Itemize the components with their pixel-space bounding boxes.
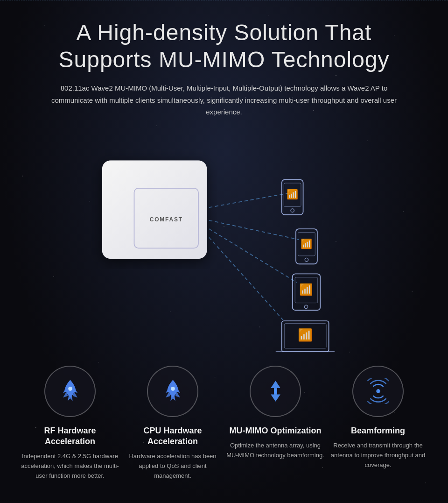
svg-rect-15 xyxy=(293,274,321,310)
svg-point-18 xyxy=(304,305,308,308)
arrows-updown-icon xyxy=(263,378,288,404)
svg-line-0 xyxy=(209,192,293,207)
mu-mimo-title: MU-MIMO Optimization xyxy=(230,425,322,436)
feature-cpu-acceleration: CPU Hardware Acceleration Hardware accel… xyxy=(124,366,222,481)
feature-rf-acceleration: RF Hardware Acceleration Independent 2.4… xyxy=(21,366,119,481)
svg-rect-20 xyxy=(284,323,326,348)
svg-text:COMFAST: COMFAST xyxy=(150,216,183,222)
page-description: 802.11ac Wave2 MU-MIMO (Multi-User, Mult… xyxy=(42,82,406,118)
svg-line-3 xyxy=(209,237,284,321)
svg-rect-8 xyxy=(284,183,301,206)
svg-marker-26 xyxy=(271,389,280,402)
feature-mu-mimo: MU-MIMO Optimization Optimize the antenn… xyxy=(226,366,324,481)
svg-rect-16 xyxy=(295,277,318,303)
svg-rect-5 xyxy=(134,188,199,248)
svg-point-23 xyxy=(68,387,72,391)
rf-acceleration-desc: Independent 2.4G & 2.5G hardware acceler… xyxy=(21,452,119,481)
mu-mimo-desc: Optimize the antenna array, using MU-MIM… xyxy=(226,441,324,460)
signal-icon xyxy=(365,378,391,404)
rocket-icon xyxy=(57,378,83,404)
svg-point-24 xyxy=(171,387,175,391)
svg-rect-7 xyxy=(282,179,303,214)
cpu-rocket-icon xyxy=(160,378,186,404)
svg-text:📶: 📶 xyxy=(287,189,299,200)
cpu-acceleration-icon-circle xyxy=(147,366,198,417)
beamforming-title: Beamforming xyxy=(351,425,405,436)
beamforming-desc: Receive and transmit through the antenna… xyxy=(329,441,427,470)
svg-rect-19 xyxy=(282,321,329,352)
svg-rect-12 xyxy=(298,232,315,255)
svg-line-2 xyxy=(209,229,297,283)
svg-rect-11 xyxy=(296,229,317,264)
cpu-acceleration-title: CPU Hardware Acceleration xyxy=(124,425,222,447)
svg-rect-4 xyxy=(102,160,207,259)
svg-line-1 xyxy=(209,220,299,239)
svg-point-10 xyxy=(291,209,294,212)
rf-acceleration-icon-circle xyxy=(44,366,96,417)
diagram-section: COMFAST 📶 📶 📶 xyxy=(19,128,429,352)
svg-text:📶: 📶 xyxy=(298,327,313,342)
rf-acceleration-title: RF Hardware Acceleration xyxy=(21,425,119,447)
svg-text:📶: 📶 xyxy=(299,283,313,296)
mu-mimo-icon-circle xyxy=(250,366,301,417)
feature-beamforming: Beamforming Receive and transmit through… xyxy=(329,366,427,481)
svg-text:📶: 📶 xyxy=(301,238,313,249)
page-title: A High-density Solution That Supports MU… xyxy=(37,19,411,73)
cpu-acceleration-desc: Hardware acceleration has been applied t… xyxy=(124,452,222,481)
beamforming-icon-circle xyxy=(352,366,404,417)
features-section: RF Hardware Acceleration Independent 2.4… xyxy=(0,352,448,500)
header-section: A High-density Solution That Supports MU… xyxy=(0,0,448,128)
svg-point-14 xyxy=(305,258,308,261)
